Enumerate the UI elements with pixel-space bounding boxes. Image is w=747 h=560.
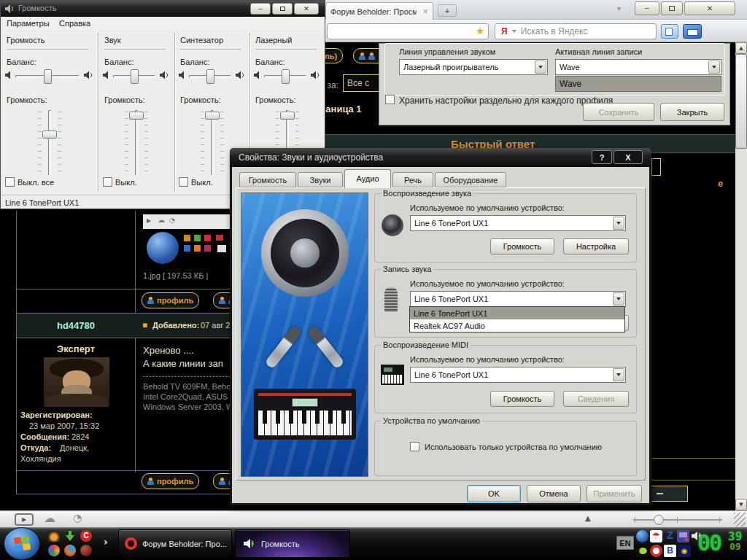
tab-volume[interactable]: Громкость xyxy=(239,172,296,187)
midi-device-select[interactable]: Line 6 TonePort UX1 xyxy=(410,367,626,383)
attachment-image[interactable]: ▶ ☁ ◔ xyxy=(143,214,242,268)
dropdown-button[interactable] xyxy=(613,292,624,306)
post-username[interactable]: hd44780 xyxy=(17,314,135,338)
tray-nvidia-icon[interactable] xyxy=(636,545,649,557)
defaults-checkbox[interactable] xyxy=(410,442,419,451)
yandex-search-box[interactable]: Я Искать в Яндекс xyxy=(495,23,657,39)
dropdown-option[interactable]: Realtek AC97 Audio xyxy=(410,319,624,332)
quicklaunch-chevron-icon[interactable]: › xyxy=(104,536,108,548)
volume-slider-thumb[interactable] xyxy=(42,131,57,139)
line-control-select[interactable]: Лазерный проигрыватель xyxy=(399,59,548,75)
dropdown-button[interactable] xyxy=(613,368,624,381)
tab-sounds[interactable]: Звуки xyxy=(298,172,343,187)
volume-track[interactable] xyxy=(135,110,138,176)
quicklaunch-firefox-icon[interactable] xyxy=(64,545,76,556)
address-bar[interactable]: ★ xyxy=(327,23,489,39)
playback-device-select[interactable]: Line 6 TonePort UX1 xyxy=(410,215,626,231)
menu-help[interactable]: Справка xyxy=(59,19,90,28)
zoom-slider-thumb[interactable] xyxy=(654,515,664,525)
dropdown-button[interactable] xyxy=(613,217,624,230)
tray-radio-icon[interactable]: ◉ xyxy=(678,545,691,557)
mute-checkbox[interactable] xyxy=(179,177,188,187)
profiles-checkbox[interactable] xyxy=(385,95,395,104)
quicklaunch-ball-icon[interactable] xyxy=(48,545,60,556)
menu-parameters[interactable]: Параметры xyxy=(7,19,50,28)
turbo-gauge-icon[interactable]: ◔ xyxy=(73,512,82,524)
mixer-maximize-button[interactable] xyxy=(272,3,293,15)
volume-slider-thumb[interactable] xyxy=(205,112,220,120)
tray-emule-icon[interactable] xyxy=(636,530,649,542)
volume-track[interactable] xyxy=(211,110,214,176)
page-scrollbar[interactable]: ▲ ▼ xyxy=(735,42,747,510)
pages-panel-button[interactable] xyxy=(661,24,678,39)
dropdown-option-selected[interactable]: Line 6 TonePort UX1 xyxy=(410,307,624,319)
mail-button[interactable] xyxy=(683,24,702,39)
dialog-titlebar[interactable]: Свойства: Звуки и аудиоустройства ? X xyxy=(230,148,651,167)
dropdown-button[interactable] xyxy=(708,61,720,74)
midi-volume-button[interactable]: Громкость xyxy=(490,391,554,407)
resize-grip[interactable] xyxy=(734,513,746,526)
tray-z-icon[interactable]: Z xyxy=(664,529,676,542)
dialog-help-button[interactable]: ? xyxy=(592,150,612,164)
quicklaunch-media-icon[interactable] xyxy=(48,530,60,542)
browser-tab[interactable]: Форум Beholder: Просмо... ✕ xyxy=(325,2,433,20)
dropdown-button[interactable] xyxy=(535,61,546,74)
balance-slider-thumb[interactable] xyxy=(131,69,139,84)
profile-button[interactable]: профиль xyxy=(142,292,199,308)
volume-slider-thumb[interactable] xyxy=(280,112,295,120)
profile-button[interactable]: профиль xyxy=(142,473,199,489)
tray-avira-icon[interactable]: ☂ xyxy=(650,530,662,542)
quicklaunch-opera-icon[interactable] xyxy=(80,545,92,556)
bookmark-star-icon[interactable]: ★ xyxy=(476,26,484,36)
panels-toggle-button[interactable]: ▶ xyxy=(15,513,34,526)
record-line-select[interactable]: Wave xyxy=(555,59,721,75)
mixer-titlebar[interactable]: Громкость ─ ✕ xyxy=(1,1,325,17)
playback-volume-button[interactable]: Громкость xyxy=(490,238,554,254)
balance-slider-thumb[interactable] xyxy=(206,69,214,84)
tab-overflow-chevron-icon[interactable]: ▾ xyxy=(617,4,621,12)
scroll-up-button[interactable]: ▲ xyxy=(735,42,747,54)
close-panel-button[interactable]: Закрыть xyxy=(660,103,724,121)
balance-slider-thumb[interactable] xyxy=(282,69,290,84)
window-minimize-button[interactable]: ─ xyxy=(635,1,659,15)
apply-button[interactable]: Применить xyxy=(587,485,642,502)
tab-audio-active[interactable]: Аудио xyxy=(344,169,391,188)
scrollbar-thumb[interactable] xyxy=(735,54,747,149)
dialog-close-button[interactable]: X xyxy=(614,150,643,164)
tab-hardware[interactable]: Оборудование xyxy=(435,172,506,187)
mixer-close-button[interactable]: ✕ xyxy=(294,3,319,15)
tab-speech[interactable]: Речь xyxy=(392,172,433,187)
clock-hours[interactable]: 00 xyxy=(697,530,721,556)
volume-track[interactable] xyxy=(48,110,51,176)
mute-checkbox[interactable] xyxy=(103,177,112,187)
zoom-track[interactable] xyxy=(633,519,722,521)
mixer-minimize-button[interactable]: ─ xyxy=(250,3,271,15)
new-tab-button[interactable]: + xyxy=(438,4,457,17)
task-button-volume-active[interactable]: Громкость xyxy=(235,529,350,558)
mute-checkbox[interactable] xyxy=(5,177,15,187)
scroll-down-button[interactable]: ▼ xyxy=(735,499,747,510)
language-indicator[interactable]: EN xyxy=(616,536,634,550)
balance-slider-thumb[interactable] xyxy=(44,69,52,84)
quicklaunch-ccleaner-icon[interactable]: C xyxy=(80,530,92,542)
window-maximize-button[interactable] xyxy=(661,1,683,15)
window-close-button[interactable]: ✕ xyxy=(684,1,735,15)
zoom-slider[interactable] xyxy=(633,514,722,526)
search-engine-caret-icon[interactable] xyxy=(512,30,516,33)
task-button-forum[interactable]: Форум Beholder: Про... xyxy=(118,529,232,558)
start-button[interactable] xyxy=(4,527,40,560)
tray-punto-icon[interactable]: B xyxy=(664,545,676,557)
tray-floppy-icon[interactable] xyxy=(677,530,689,542)
ok-button[interactable]: OK xyxy=(467,485,521,502)
playback-settings-button[interactable]: Настройка xyxy=(563,238,629,254)
attachment-caption[interactable]: 1.jpg [ 197.53 КБ | xyxy=(143,271,208,280)
midi-about-button[interactable]: Сведения xyxy=(563,391,629,407)
volume-slider-thumb[interactable] xyxy=(129,112,144,120)
zoom-panel-toggle-icon[interactable]: ▲ xyxy=(585,514,591,522)
tab-close-icon[interactable]: ✕ xyxy=(422,8,428,15)
save-button[interactable]: Сохранить xyxy=(583,103,654,121)
recording-device-select[interactable]: Line 6 TonePort UX1 xyxy=(410,291,626,307)
record-line-open-option[interactable]: Wave xyxy=(555,76,721,92)
quicklaunch-download-icon[interactable] xyxy=(64,530,76,542)
cancel-button[interactable]: Отмена xyxy=(527,485,581,502)
